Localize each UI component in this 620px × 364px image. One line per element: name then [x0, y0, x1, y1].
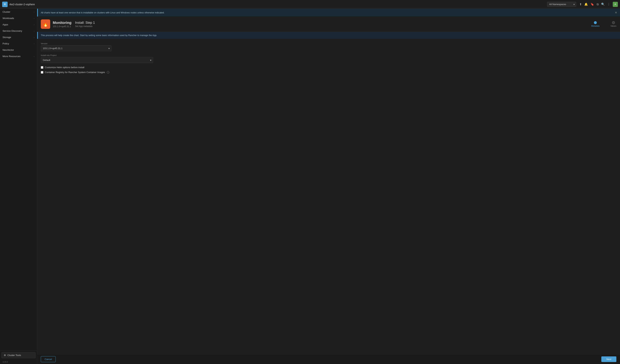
- chevron-right-icon: ›: [34, 11, 34, 13]
- chevron-right-icon: ›: [34, 43, 34, 45]
- namespace-selector[interactable]: All Namespaces: [547, 2, 576, 7]
- container-registry-row: Container Registry for Rancher System Co…: [41, 71, 616, 74]
- project-label: Install into Project: [41, 54, 616, 56]
- sidebar: Cluster › Workloads › Apps › Service Dis…: [0, 9, 37, 364]
- step-circle-metadata: [594, 21, 597, 24]
- cluster-tools-button[interactable]: ⚙ Cluster Tools: [1, 352, 35, 358]
- install-step-info: Install: Step 1 Set App metadata: [75, 21, 95, 28]
- monitoring-icon: 🔥: [43, 21, 48, 27]
- step-subtitle: Set App metadata: [75, 25, 95, 28]
- form-section: Version 103.1.0+up45.31.1 Install into P…: [37, 39, 620, 79]
- chevron-right-icon: ›: [34, 24, 34, 26]
- notice-banner: All charts have at least one version tha…: [37, 9, 620, 16]
- project-select[interactable]: Default: [41, 57, 153, 63]
- customize-helm-label: Customize Helm options before install: [45, 66, 84, 69]
- sidebar-label-more-resources: More Resources: [2, 55, 20, 58]
- install-header: 🔥 Monitoring 103.1.0+up45.31.1 Install: …: [37, 16, 620, 32]
- step-values: Values: [610, 21, 616, 27]
- chevron-right-icon: ›: [34, 17, 34, 19]
- footer: Cancel Next: [37, 354, 620, 364]
- sidebar-item-workloads[interactable]: Workloads ›: [0, 15, 37, 21]
- step-label-metadata: Metadata: [591, 25, 600, 27]
- step-indicators: Metadata Values: [591, 21, 616, 27]
- sidebar-label-cluster: Cluster: [2, 11, 10, 13]
- app-logo: R: [2, 2, 8, 7]
- chevron-right-icon: ›: [34, 55, 34, 58]
- customize-helm-checkbox[interactable]: [41, 66, 43, 69]
- version-select-wrapper: 103.1.0+up45.31.1: [41, 45, 111, 51]
- customize-helm-row: Customize Helm options before install: [41, 66, 616, 69]
- main-content: All charts have at least one version tha…: [37, 9, 620, 364]
- sidebar-item-cluster[interactable]: Cluster ›: [0, 9, 37, 15]
- cluster-tools-label: Cluster Tools: [7, 354, 21, 357]
- app-info: Monitoring 103.1.0+up45.31.1: [53, 21, 71, 28]
- sidebar-item-storage[interactable]: Storage ›: [0, 34, 37, 40]
- sidebar-label-neuvector: NeuVector: [2, 49, 14, 51]
- topbar: R rke2-cluster-2-vsphere All Namespaces …: [0, 0, 620, 9]
- copy-icon[interactable]: ⧉: [597, 3, 599, 6]
- app-name: Monitoring: [53, 21, 71, 25]
- main-layout: Cluster › Workloads › Apps › Service Dis…: [0, 9, 620, 364]
- sidebar-bottom: ⚙ Cluster Tools: [0, 350, 37, 360]
- version-label: Version: [41, 42, 616, 45]
- app-icon: 🔥: [41, 19, 50, 29]
- app-version: 103.1.0+up45.31.1: [53, 25, 71, 28]
- gear-icon: ⚙: [4, 354, 6, 357]
- sidebar-item-more-resources[interactable]: More Resources ›: [0, 53, 37, 60]
- step-circle-values: [612, 21, 615, 24]
- next-button[interactable]: Next: [601, 356, 616, 362]
- close-icon[interactable]: ✕: [615, 11, 617, 14]
- step-label-values: Values: [610, 25, 616, 27]
- step-title: Install: Step 1: [75, 21, 95, 25]
- topbar-icons: ⬆ 🔔 🔖 ⧉ 🔍 ⋮ A: [579, 2, 618, 7]
- search-icon[interactable]: 🔍: [601, 2, 605, 6]
- sidebar-item-policy[interactable]: Policy ›: [0, 40, 37, 47]
- cancel-button[interactable]: Cancel: [41, 356, 56, 362]
- cluster-title: rke2-cluster-2-vsphere: [9, 3, 35, 6]
- container-registry-checkbox[interactable]: [41, 71, 43, 74]
- info-text: This process will help create the chart.…: [41, 34, 157, 37]
- logo-text: R: [4, 3, 6, 6]
- version-label: v2.8.3: [0, 360, 37, 364]
- sidebar-item-service-discovery[interactable]: Service Discovery ›: [0, 28, 37, 34]
- sidebar-label-workloads: Workloads: [2, 17, 14, 20]
- project-select-wrapper: Default: [41, 57, 153, 63]
- user-avatar[interactable]: A: [613, 2, 618, 7]
- info-icon[interactable]: i: [107, 71, 109, 74]
- project-group: Install into Project Default: [41, 54, 616, 63]
- bell-icon[interactable]: 🔔: [584, 2, 588, 6]
- sidebar-label-apps: Apps: [2, 23, 8, 26]
- sidebar-label-storage: Storage: [2, 36, 11, 39]
- container-registry-label: Container Registry for Rancher System Co…: [45, 71, 105, 74]
- step-metadata: Metadata: [591, 21, 600, 27]
- bookmark-icon[interactable]: 🔖: [590, 2, 594, 6]
- chevron-right-icon: ›: [34, 30, 34, 32]
- sidebar-item-neuvector[interactable]: NeuVector: [0, 47, 37, 53]
- namespace-selector-wrapper: All Namespaces: [547, 2, 576, 7]
- sidebar-item-apps[interactable]: Apps ›: [0, 21, 37, 28]
- chevron-right-icon: ›: [34, 36, 34, 38]
- notice-text: All charts have at least one version tha…: [41, 11, 164, 14]
- sidebar-label-policy: Policy: [2, 42, 9, 45]
- sidebar-label-service-discovery: Service Discovery: [2, 30, 22, 32]
- content-area: This process will help create the chart.…: [37, 32, 620, 354]
- version-group: Version 103.1.0+up45.31.1: [41, 42, 616, 51]
- avatar-text: A: [615, 3, 616, 6]
- version-select[interactable]: 103.1.0+up45.31.1: [41, 45, 111, 51]
- more-icon[interactable]: ⋮: [607, 2, 610, 6]
- upload-icon[interactable]: ⬆: [579, 2, 582, 6]
- info-bar: This process will help create the chart.…: [37, 32, 620, 39]
